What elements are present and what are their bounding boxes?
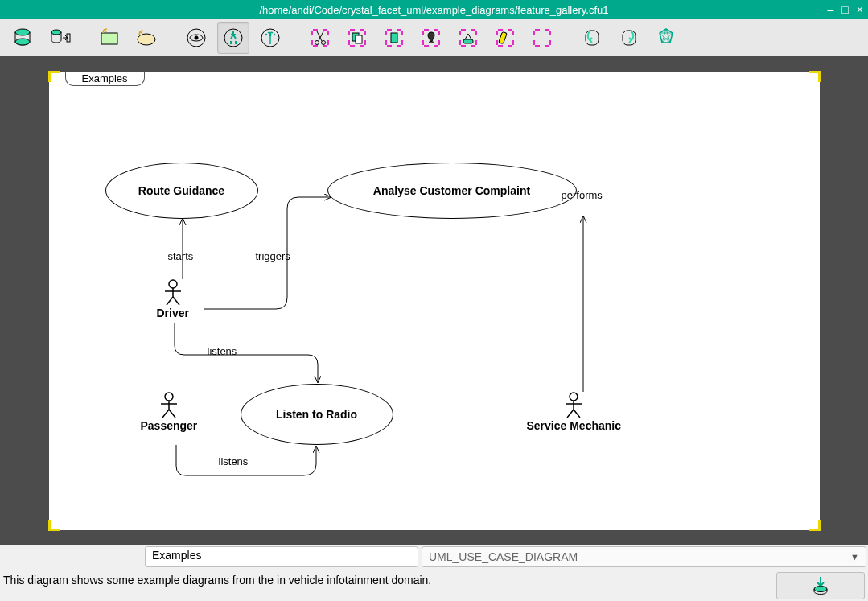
toolbar: [0, 19, 868, 56]
actor-mechanic[interactable]: Service Mechanic: [527, 392, 622, 432]
svg-point-0: [15, 29, 30, 35]
svg-rect-17: [391, 33, 397, 43]
edit-icon[interactable]: [217, 22, 249, 54]
database-icon[interactable]: [6, 22, 39, 54]
cut-icon[interactable]: [304, 22, 336, 54]
svg-point-27: [165, 393, 173, 401]
usecase-route-guidance[interactable]: Route Guidance: [105, 163, 258, 219]
svg-line-35: [567, 410, 574, 418]
actor-label: Passenger: [141, 419, 198, 432]
edge-label-starts[interactable]: starts: [168, 250, 194, 262]
svg-point-5: [138, 34, 155, 45]
actor-label: Driver: [157, 307, 189, 319]
edge-label-listens2[interactable]: listens: [219, 455, 249, 467]
svg-point-37: [814, 587, 827, 592]
edge-label-listens1[interactable]: listens: [208, 345, 237, 357]
window-title: /home/andi/Code/crystal_facet_uml/exampl…: [259, 4, 608, 16]
actor-label: Service Mechanic: [527, 419, 622, 432]
svg-point-11: [265, 34, 267, 35]
titlebar: /home/andi/Code/crystal_facet_uml/exampl…: [0, 0, 868, 19]
properties-bar: Examples UML_USE_CASE_DIAGRAM ▼: [0, 545, 868, 569]
delete-icon[interactable]: [415, 22, 447, 54]
svg-line-30: [162, 410, 169, 418]
svg-line-36: [574, 410, 580, 418]
export-icon[interactable]: [43, 22, 76, 54]
description-row: This diagram shows some example diagrams…: [0, 569, 868, 601]
svg-rect-19: [499, 31, 507, 43]
svg-point-8: [195, 36, 199, 40]
commit-button[interactable]: [776, 572, 865, 599]
instance-icon[interactable]: [452, 22, 484, 54]
create-icon[interactable]: [254, 22, 286, 54]
undo-icon[interactable]: [576, 22, 608, 54]
reset-icon[interactable]: [526, 22, 558, 54]
usecase-analyse-complaint[interactable]: Analyse Customer Complaint: [327, 163, 577, 219]
svg-line-26: [173, 297, 179, 305]
redo-icon[interactable]: [613, 22, 645, 54]
svg-point-14: [322, 41, 326, 45]
svg-point-13: [315, 41, 319, 45]
edge-label-triggers[interactable]: triggers: [256, 250, 290, 262]
diagram-canvas[interactable]: Examples starts triggers performs listen…: [49, 72, 820, 530]
highlight-icon[interactable]: [489, 22, 521, 54]
type-select[interactable]: UML_USE_CASE_DIAGRAM ▼: [422, 546, 866, 567]
view-icon[interactable]: [180, 22, 212, 54]
svg-point-22: [169, 280, 177, 288]
type-select-value: UML_USE_CASE_DIAGRAM: [429, 550, 578, 563]
new-window-icon[interactable]: [93, 22, 125, 54]
svg-line-25: [167, 297, 173, 305]
svg-rect-4: [101, 33, 117, 44]
svg-rect-18: [463, 39, 473, 43]
svg-point-2: [51, 30, 61, 35]
actor-driver[interactable]: Driver: [157, 279, 189, 319]
svg-point-1: [15, 39, 30, 45]
svg-point-32: [570, 393, 578, 401]
new-view-icon[interactable]: [130, 22, 162, 54]
actor-passenger[interactable]: Passenger: [141, 392, 198, 432]
description-text[interactable]: This diagram shows some example diagrams…: [3, 572, 770, 587]
paste-icon[interactable]: [378, 22, 410, 54]
svg-rect-16: [356, 35, 362, 43]
copy-icon[interactable]: [341, 22, 373, 54]
about-icon[interactable]: [650, 22, 682, 54]
svg-point-12: [274, 34, 275, 35]
chevron-down-icon: ▼: [850, 552, 859, 562]
minimize-button[interactable]: –: [828, 3, 834, 16]
close-button[interactable]: ×: [857, 3, 863, 16]
svg-line-31: [169, 410, 175, 418]
maximize-button[interactable]: □: [841, 3, 848, 16]
window-controls: – □ ×: [828, 0, 863, 19]
name-input[interactable]: Examples: [145, 546, 418, 567]
canvas-area: Examples starts triggers performs listen…: [0, 56, 868, 545]
usecase-listen-radio[interactable]: Listen to Radio: [241, 384, 393, 445]
